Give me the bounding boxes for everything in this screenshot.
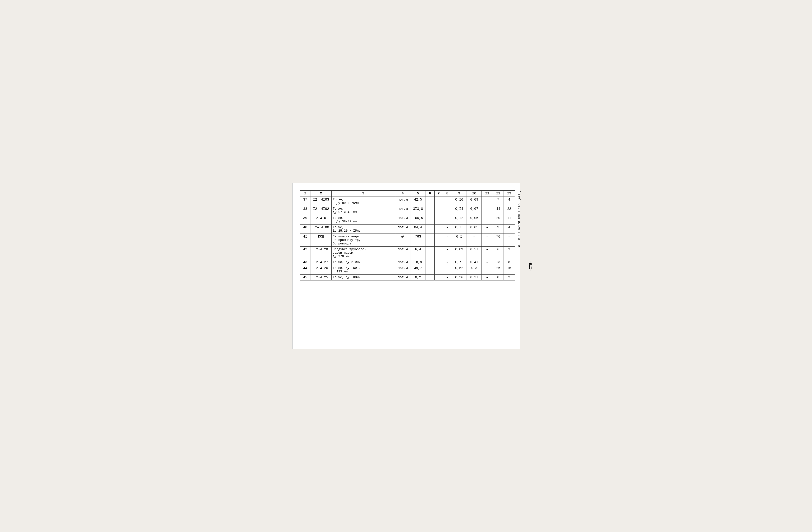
- cell-row7-col10: 0,4I: [467, 259, 482, 265]
- cell-row8-col12: 26: [493, 265, 504, 275]
- cell-row5-col12: 76: [493, 234, 504, 247]
- header-col3: 3: [331, 191, 395, 197]
- cell-row4-col8: –: [443, 225, 452, 234]
- cell-row3-col1: 39: [300, 215, 310, 225]
- cell-row4-col4: пог.м: [395, 225, 410, 234]
- cell-row6-col5: 6,4: [410, 247, 426, 259]
- cell-row3-col6: [426, 215, 435, 225]
- cell-row5-col9: 0,I: [452, 234, 467, 247]
- header-col11: II: [482, 191, 493, 197]
- table-row: 39I2-4IOIТо же, Ду 38х32 ммпог.мI66,5–0,…: [300, 215, 515, 225]
- cell-row6-col7: [434, 247, 443, 259]
- cell-row4-col10: 0,05: [467, 225, 482, 234]
- cell-row7-col11: –: [482, 259, 493, 265]
- cell-row9-col5: 8,2: [410, 275, 426, 281]
- cell-row1-col12: 7: [493, 197, 504, 206]
- cell-row3-col3: То же, Ду 38х32 мм: [331, 215, 395, 225]
- cell-row9-col11: –: [482, 275, 493, 281]
- cell-row7-col4: пог.м: [395, 259, 410, 265]
- cell-row1-col5: 42,5: [410, 197, 426, 206]
- cell-row3-col7: [434, 215, 443, 225]
- header-col10: IO: [467, 191, 482, 197]
- main-table: I 2 3 4 5 6 7 8 9 IO II I2 I3 37I2– 4IO3…: [300, 190, 515, 281]
- header-col13: I3: [504, 191, 515, 197]
- cell-row2-col10: 0,07: [467, 206, 482, 215]
- cell-row7-col13: 8: [504, 259, 515, 265]
- cell-row5-col1: 4I: [300, 234, 310, 247]
- cell-row8-col2: I2-4I26: [310, 265, 331, 275]
- cell-row7-col9: 0,7I: [452, 259, 467, 265]
- cell-row5-col3: Стоимость воды на промывку тру- бопровод…: [331, 234, 395, 247]
- table-row: 44I2-4I26То же, Ду I59 и I33 ммпог.м49,7…: [300, 265, 515, 275]
- table-row: 45I2-4I25То же, Ду I08ммпог.м8,2–0,360,2…: [300, 275, 515, 281]
- cell-row1-col4: пог.м: [395, 197, 410, 206]
- cell-row8-col8: –: [443, 265, 452, 275]
- side-label-top2: 903-I-52/70: [518, 221, 521, 240]
- table-row: 43I2-4I27То же, Ду 2I9ммпог.мI8,9–0,7I0,…: [300, 259, 515, 265]
- cell-row5-col4: м³: [395, 234, 410, 247]
- header-col2: 2: [310, 191, 331, 197]
- cell-row2-col3: То же, Ду 57 и 45 мм: [331, 206, 395, 215]
- cell-row6-col11: –: [482, 247, 493, 259]
- header-col9: 9: [452, 191, 467, 197]
- cell-row3-col10: 0,06: [467, 215, 482, 225]
- cell-row3-col2: I2-4IOI: [310, 215, 331, 225]
- cell-row5-col11: –: [482, 234, 493, 247]
- page-wrapper: ТИП I-5I/7О(ХУII) 903-I-52/70 ТИП I -I75…: [292, 183, 520, 349]
- cell-row2-col12: 44: [493, 206, 504, 215]
- cell-row1-col2: I2– 4IO3: [310, 197, 331, 206]
- cell-row7-col3: То же, Ду 2I9мм: [331, 259, 395, 265]
- cell-row8-col1: 44: [300, 265, 310, 275]
- cell-row1-col9: 0,I6: [452, 197, 467, 206]
- cell-row9-col12: 8: [493, 275, 504, 281]
- table-row: 37I2– 4IO3То же, Ду 89 и 76ммпог.м42,5–0…: [300, 197, 515, 206]
- cell-row9-col13: 2: [504, 275, 515, 281]
- cell-row9-col4: пог.м: [395, 275, 410, 281]
- header-col8: 8: [443, 191, 452, 197]
- cell-row6-col9: 0,89: [452, 247, 467, 259]
- cell-row5-col13: –: [504, 234, 515, 247]
- cell-row5-col8: –: [443, 234, 452, 247]
- cell-row3-col5: I66,5: [410, 215, 426, 225]
- cell-row3-col13: II: [504, 215, 515, 225]
- header-col7: 7: [434, 191, 443, 197]
- cell-row4-col5: 84,4: [410, 225, 426, 234]
- cell-row8-col13: I5: [504, 265, 515, 275]
- cell-row7-col5: I8,9: [410, 259, 426, 265]
- header-col4: 4: [395, 191, 410, 197]
- side-number: -I75-: [529, 261, 533, 271]
- cell-row6-col8: –: [443, 247, 452, 259]
- cell-row1-col10: 0,09: [467, 197, 482, 206]
- table-row: 40I2– 4IOOТо же, Ду 25,20 и I5ммпог.м84,…: [300, 225, 515, 234]
- cell-row8-col9: 0,52: [452, 265, 467, 275]
- cell-row4-col11: –: [482, 225, 493, 234]
- cell-row5-col5: 763: [410, 234, 426, 247]
- cell-row6-col4: пог.м: [395, 247, 410, 259]
- cell-row8-col7: [434, 265, 443, 275]
- cell-row9-col10: 0,2I: [467, 275, 482, 281]
- cell-row6-col1: 42: [300, 247, 310, 259]
- cell-row5-col6: [426, 234, 435, 247]
- cell-row7-col7: [434, 259, 443, 265]
- cell-row1-col8: –: [443, 197, 452, 206]
- cell-row7-col12: I3: [493, 259, 504, 265]
- cell-row9-col2: I2-4I25: [310, 275, 331, 281]
- cell-row3-col11: –: [482, 215, 493, 225]
- cell-row5-col10: –: [467, 234, 482, 247]
- cell-row3-col4: пог.м: [395, 215, 410, 225]
- table-row: 38I2– 4IO2То же, Ду 57 и 45 ммпог.м3I3,8…: [300, 206, 515, 215]
- cell-row4-col12: 9: [493, 225, 504, 234]
- cell-row7-col2: I2-4I27: [310, 259, 331, 265]
- cell-row2-col13: 22: [504, 206, 515, 215]
- cell-row2-col8: –: [443, 206, 452, 215]
- cell-row7-col1: 43: [300, 259, 310, 265]
- cell-row1-col7: [434, 197, 443, 206]
- cell-row6-col12: 6: [493, 247, 504, 259]
- cell-row1-col13: 4: [504, 197, 515, 206]
- cell-row9-col8: –: [443, 275, 452, 281]
- header-col5: 5: [410, 191, 426, 197]
- header-col1: I: [300, 191, 310, 197]
- cell-row2-col11: –: [482, 206, 493, 215]
- cell-row4-col9: 0,II: [452, 225, 467, 234]
- cell-row9-col3: То же, Ду I08мм: [331, 275, 395, 281]
